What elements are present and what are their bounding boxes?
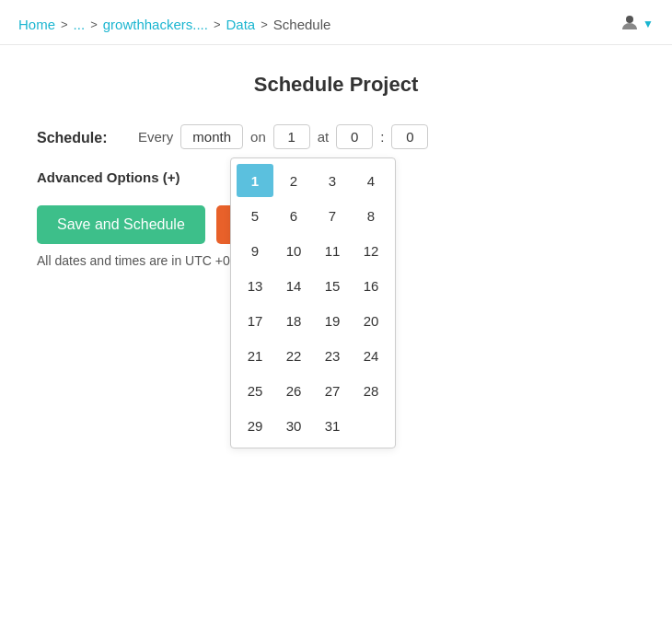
breadcrumb-bar: Home > ... > growthhackers.... > Data > … (0, 0, 672, 45)
calendar-day-19[interactable]: 19 (314, 304, 351, 337)
calendar-day-27[interactable]: 27 (314, 374, 351, 407)
calendar-day-4[interactable]: 4 (353, 164, 389, 197)
breadcrumb-ellipsis[interactable]: ... (74, 17, 86, 32)
calendar-day-12[interactable]: 12 (353, 234, 389, 267)
calendar-day-6[interactable]: 6 (275, 199, 312, 232)
breadcrumb: Home > ... > growthhackers.... > Data > … (18, 17, 330, 32)
breadcrumb-project[interactable]: growthhackers.... (103, 17, 208, 32)
calendar-day-3[interactable]: 3 (314, 164, 351, 197)
colon-separator: : (380, 129, 384, 145)
breadcrumb-home[interactable]: Home (18, 17, 55, 32)
calendar-day-20[interactable]: 20 (353, 304, 389, 337)
calendar-grid: 1234567891011121314151617181920212223242… (237, 164, 389, 442)
calendar-day-15[interactable]: 15 (314, 269, 351, 302)
breadcrumb-sep-2: > (90, 17, 98, 31)
schedule-controls: Every month on 1 at 0 : 0 12345678910111… (138, 124, 428, 149)
calendar-day-26[interactable]: 26 (275, 374, 312, 407)
calendar-day-13[interactable]: 13 (237, 269, 273, 302)
calendar-day-10[interactable]: 10 (275, 234, 312, 267)
minute-input[interactable]: 0 (391, 124, 428, 149)
main-content: Schedule Project Schedule: Every month o… (0, 45, 672, 305)
breadcrumb-sep-3: > (214, 17, 221, 31)
calendar-day-7[interactable]: 7 (314, 199, 351, 232)
svg-point-0 (626, 16, 633, 23)
breadcrumb-sep-4: > (261, 17, 268, 31)
day-input[interactable]: 1 (273, 124, 310, 149)
calendar-day-23[interactable]: 23 (314, 339, 351, 372)
save-schedule-button[interactable]: Save and Schedule (37, 205, 205, 244)
page-title: Schedule Project (37, 73, 635, 97)
calendar-day-1[interactable]: 1 (237, 164, 273, 197)
schedule-label: Schedule: (37, 124, 138, 146)
calendar-day-31[interactable]: 31 (314, 409, 351, 442)
calendar-day-5[interactable]: 5 (237, 199, 273, 232)
calendar-day-21[interactable]: 21 (237, 339, 273, 372)
calendar-day-2[interactable]: 2 (275, 164, 312, 197)
every-label: Every (138, 129, 173, 145)
on-label: on (250, 129, 266, 145)
calendar-day-9[interactable]: 9 (237, 234, 273, 267)
calendar-day-16[interactable]: 16 (353, 269, 389, 302)
calendar-day-14[interactable]: 14 (275, 269, 312, 302)
chevron-down-icon: ▼ (643, 17, 654, 30)
calendar-day-8[interactable]: 8 (353, 199, 389, 232)
breadcrumb-sep-1: > (61, 17, 68, 31)
calendar-day-29[interactable]: 29 (237, 409, 273, 442)
hour-input[interactable]: 0 (336, 124, 373, 149)
calendar-day-17[interactable]: 17 (237, 304, 273, 337)
calendar-day-24[interactable]: 24 (353, 339, 389, 372)
calendar-dropdown: 1234567891011121314151617181920212223242… (230, 157, 396, 448)
calendar-day-11[interactable]: 11 (314, 234, 351, 267)
calendar-day-22[interactable]: 22 (275, 339, 312, 372)
calendar-day-28[interactable]: 28 (353, 374, 389, 407)
breadcrumb-data[interactable]: Data (226, 17, 256, 32)
user-menu[interactable]: ▼ (620, 13, 654, 35)
calendar-day-18[interactable]: 18 (275, 304, 312, 337)
user-icon (620, 13, 639, 35)
schedule-row: Schedule: Every month on 1 at 0 : 0 1234… (37, 124, 635, 149)
calendar-day-30[interactable]: 30 (275, 409, 312, 442)
calendar-day-25[interactable]: 25 (237, 374, 273, 407)
breadcrumb-schedule: Schedule (273, 17, 331, 32)
frequency-dropdown[interactable]: month (180, 124, 243, 149)
at-label: at (318, 129, 330, 145)
